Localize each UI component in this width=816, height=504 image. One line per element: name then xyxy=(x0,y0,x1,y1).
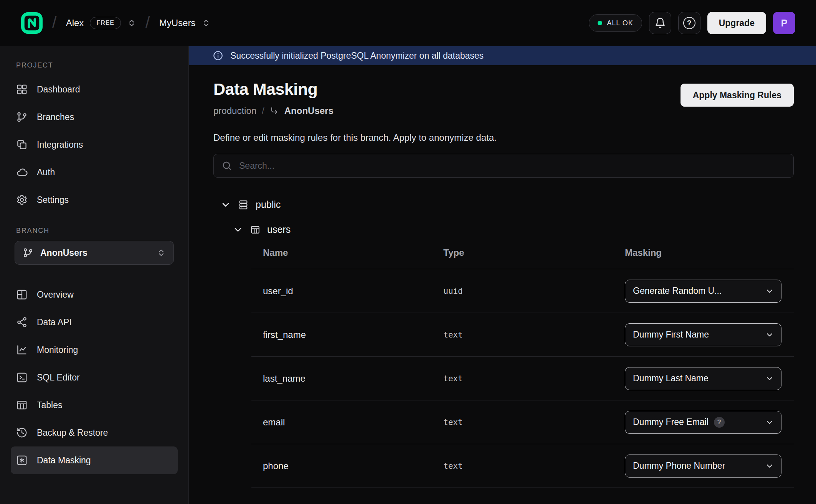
chevron-down-icon xyxy=(233,224,243,235)
status-badge[interactable]: ALL OK xyxy=(589,14,642,32)
sidebar-item-label: Dashboard xyxy=(37,84,80,95)
sidebar-item-label: Branches xyxy=(37,112,74,122)
info-icon xyxy=(213,50,223,61)
schema-name: public xyxy=(256,199,281,210)
breadcrumb-parent[interactable]: production xyxy=(213,105,256,116)
branch-selector-value: AnonUsers xyxy=(40,248,88,258)
chevron-down-icon xyxy=(765,330,774,339)
column-type: text xyxy=(443,461,625,471)
sql-editor-icon xyxy=(16,372,28,383)
chevron-down-icon xyxy=(765,461,774,471)
sidebar-item-integrations[interactable]: Integrations xyxy=(11,131,178,158)
table-row: last_name text Dummy Last Name xyxy=(251,357,794,400)
masking-rule-select[interactable]: Dummy Free Email ? xyxy=(625,411,781,434)
page-description: Define or edit masking rules for this br… xyxy=(213,132,794,143)
masking-rule-select[interactable]: Dummy First Name xyxy=(625,323,781,346)
org-name: Alex xyxy=(66,18,84,28)
sidebar-item-label: Data Masking xyxy=(37,455,91,466)
upgrade-button[interactable]: Upgrade xyxy=(707,12,766,34)
masking-rule-value: Dummy Last Name xyxy=(633,373,709,384)
page-title: Data Masking xyxy=(213,80,334,99)
status-ok-dot-icon xyxy=(598,21,602,25)
chevron-down-icon xyxy=(765,418,774,427)
sidebar-item-auth[interactable]: Auth xyxy=(11,158,178,186)
branches-icon xyxy=(16,111,28,123)
backup-restore-icon xyxy=(16,427,28,438)
sidebar-item-data-masking[interactable]: Data Masking xyxy=(11,446,178,474)
column-type: text xyxy=(443,418,625,427)
column-header-masking: Masking xyxy=(625,247,794,258)
table-row: email text Dummy Free Email ? xyxy=(251,400,794,444)
search-input[interactable] xyxy=(238,160,786,171)
tree-node-schema[interactable]: public xyxy=(213,199,794,210)
table-row: phone text Dummy Phone Number xyxy=(251,444,794,488)
sidebar-item-tables[interactable]: Tables xyxy=(11,391,178,419)
branch-selector[interactable]: AnonUsers xyxy=(15,241,174,265)
sidebar-item-sql-editor[interactable]: SQL Editor xyxy=(11,364,178,391)
notifications-button[interactable] xyxy=(649,12,671,34)
table-name: users xyxy=(267,224,291,235)
apply-masking-rules-button[interactable]: Apply Masking Rules xyxy=(681,84,794,107)
column-name: phone xyxy=(263,461,443,471)
help-button[interactable]: ? xyxy=(678,12,700,34)
column-name: first_name xyxy=(263,329,443,340)
data-masking-icon xyxy=(16,455,28,466)
project-switcher[interactable]: MyUsers xyxy=(159,18,211,28)
sidebar-item-backup-restore[interactable]: Backup & Restore xyxy=(11,419,178,446)
tree-node-table[interactable]: users xyxy=(213,224,794,235)
sidebar-item-settings[interactable]: Settings xyxy=(11,186,178,214)
chevron-down-icon xyxy=(220,199,231,210)
branch-icon xyxy=(23,247,33,258)
banner-message: Successfully initialized PostgreSQL Anon… xyxy=(230,51,484,61)
table-row: first_name text Dummy First Name xyxy=(251,313,794,357)
project-name: MyUsers xyxy=(159,18,196,28)
chevron-updown-icon xyxy=(127,18,136,28)
plan-badge: FREE xyxy=(90,17,121,29)
success-banner: Successfully initialized PostgreSQL Anon… xyxy=(189,46,816,65)
column-name: user_id xyxy=(263,286,443,296)
org-switcher[interactable]: Alex FREE xyxy=(66,17,136,29)
dashboard-icon xyxy=(16,84,28,95)
data-api-icon xyxy=(16,316,28,328)
chevron-updown-icon xyxy=(202,18,211,28)
gear-icon xyxy=(16,194,28,206)
masking-rule-select[interactable]: Dummy Last Name xyxy=(625,367,781,390)
tables-icon xyxy=(16,399,28,411)
chevron-down-icon xyxy=(765,287,774,296)
breadcrumb: production / AnonUsers xyxy=(213,105,334,116)
masking-rule-value: Dummy Phone Number xyxy=(633,461,725,471)
integrations-icon xyxy=(16,139,28,150)
masking-rule-select[interactable]: Generate Random U... xyxy=(625,280,781,303)
sidebar-item-label: SQL Editor xyxy=(37,372,80,383)
auth-cloud-icon xyxy=(16,166,28,178)
sidebar-item-data-api[interactable]: Data API xyxy=(11,308,178,336)
sidebar-item-branches[interactable]: Branches xyxy=(11,103,178,131)
column-type: text xyxy=(443,330,625,339)
separator-slash: / xyxy=(52,13,57,31)
column-header-type: Type xyxy=(443,247,625,258)
chevron-updown-icon xyxy=(157,248,166,257)
breadcrumb-branch[interactable]: AnonUsers xyxy=(284,105,334,116)
sidebar-item-overview[interactable]: Overview xyxy=(11,281,178,308)
sidebar-item-label: Backup & Restore xyxy=(37,428,108,438)
monitoring-chart-icon xyxy=(16,344,28,356)
masking-rule-select[interactable]: Dummy Phone Number xyxy=(625,455,781,478)
column-name: last_name xyxy=(263,373,443,384)
hint-question-icon[interactable]: ? xyxy=(714,417,725,428)
sidebar-item-label: Settings xyxy=(37,195,69,205)
breadcrumb-slash: / xyxy=(262,105,264,116)
masking-rule-value: Dummy Free Email xyxy=(633,417,709,427)
sidebar-item-dashboard[interactable]: Dashboard xyxy=(11,76,178,103)
masking-rules-table: Name Type Masking user_id uuid Generate … xyxy=(251,247,794,488)
help-icon: ? xyxy=(683,17,695,29)
neon-logo[interactable] xyxy=(21,12,43,34)
column-type: uuid xyxy=(443,287,625,296)
user-avatar[interactable]: P xyxy=(773,12,795,34)
column-header-name: Name xyxy=(263,247,443,258)
sidebar-item-label: Overview xyxy=(37,290,74,300)
masking-rule-value: Generate Random U... xyxy=(633,286,722,296)
table-header-row: Name Type Masking xyxy=(251,247,794,269)
table-row: user_id uuid Generate Random U... xyxy=(251,269,794,313)
sidebar-item-monitoring[interactable]: Monitoring xyxy=(11,336,178,364)
overview-icon xyxy=(16,289,28,300)
